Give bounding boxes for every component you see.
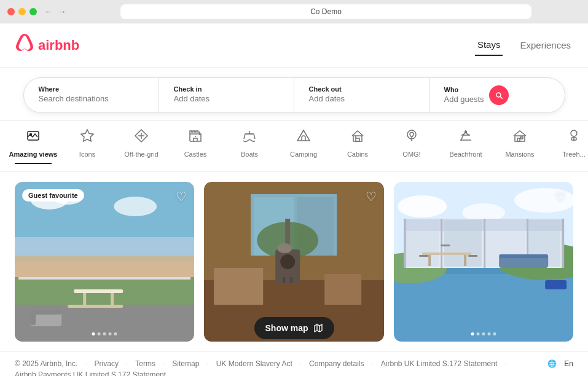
- minimize-button[interactable]: [18, 8, 26, 15]
- wishlist-button-1[interactable]: ♡: [176, 189, 187, 204]
- off-grid-icon: [134, 128, 149, 147]
- listing-card-1[interactable]: Guest favourite ♡: [15, 182, 194, 342]
- treehouses-icon: [566, 128, 581, 147]
- category-amazing-views-label: Amazing views: [9, 151, 58, 158]
- mansions-icon: [512, 128, 527, 147]
- back-button[interactable]: ←: [44, 7, 53, 17]
- category-omg[interactable]: OMG!: [393, 128, 430, 164]
- svg-point-46: [398, 195, 447, 217]
- show-map-label: Show map: [265, 323, 308, 333]
- category-treehouses-label: Treeh...: [562, 151, 586, 158]
- fullscreen-button[interactable]: [29, 8, 37, 15]
- footer-payments-s172[interactable]: Airbnb Payments UK Limited S.172 Stateme…: [15, 370, 166, 376]
- category-beachfront[interactable]: Beachfront: [447, 128, 484, 164]
- svg-rect-19: [83, 293, 86, 305]
- nav-experiences[interactable]: Experiences: [517, 35, 573, 55]
- svg-rect-67: [419, 255, 428, 257]
- header-nav: Stays Experiences: [475, 34, 573, 56]
- svg-point-10: [571, 130, 577, 136]
- dots-3: [471, 332, 496, 335]
- footer-globe-icon: 🌐: [547, 359, 557, 368]
- category-camping-label: Camping: [290, 151, 317, 158]
- footer: © 2025 Airbnb, Inc. · Privacy · Terms · …: [0, 351, 588, 376]
- svg-rect-18: [74, 289, 123, 293]
- svg-rect-72: [545, 280, 566, 289]
- where-value: Search destinations: [39, 94, 109, 103]
- listings-area: Guest favourite ♡: [0, 172, 588, 351]
- svg-rect-71: [499, 254, 548, 258]
- checkin-field[interactable]: Check in Add dates: [159, 78, 294, 112]
- svg-marker-73: [315, 324, 322, 332]
- search-bar: Where Search destinations Check in Add d…: [23, 77, 565, 113]
- page-title: Co Demo: [310, 7, 342, 16]
- wishlist-button-2[interactable]: ♡: [366, 189, 377, 204]
- checkout-value: Add dates: [309, 94, 345, 103]
- category-castles[interactable]: Castles: [177, 128, 214, 164]
- footer-sitemap[interactable]: Sitemap: [172, 359, 199, 368]
- svg-rect-21: [68, 305, 123, 308]
- who-field[interactable]: Who Add guests: [429, 78, 565, 112]
- svg-point-1: [30, 134, 32, 136]
- footer-language[interactable]: En: [564, 359, 573, 368]
- checkin-label: Check in: [174, 85, 279, 93]
- footer-links: © 2025 Airbnb, Inc. · Privacy · Terms · …: [15, 359, 573, 368]
- address-bar[interactable]: Co Demo: [120, 4, 531, 19]
- forward-button[interactable]: →: [58, 7, 66, 17]
- category-mansions[interactable]: Mansions: [501, 128, 538, 164]
- category-boats-label: Boats: [241, 151, 258, 158]
- category-camping[interactable]: Camping: [285, 128, 322, 164]
- svg-rect-69: [441, 245, 450, 246]
- logo-text: airbnb: [38, 37, 79, 53]
- svg-rect-65: [428, 255, 431, 266]
- category-off-grid[interactable]: Off-the-grid: [123, 128, 160, 164]
- svg-rect-56: [441, 219, 442, 268]
- footer-company-details[interactable]: Company details: [309, 359, 364, 368]
- camping-icon: [296, 128, 311, 147]
- search-button[interactable]: [489, 85, 509, 105]
- category-mansions-label: Mansions: [505, 151, 534, 158]
- icons-icon: [80, 128, 95, 147]
- category-boats[interactable]: Boats: [231, 128, 268, 164]
- logo[interactable]: airbnb: [15, 33, 79, 57]
- svg-point-25: [114, 197, 157, 216]
- castles-icon: [188, 128, 203, 147]
- footer-slavery-act[interactable]: UK Modern Slavery Act: [216, 359, 292, 368]
- listing-card-3[interactable]: ♡: [394, 182, 573, 342]
- dots-1: [92, 332, 117, 335]
- wishlist-button-3[interactable]: ♡: [555, 189, 566, 204]
- footer-privacy[interactable]: Privacy: [95, 359, 119, 368]
- svg-rect-61: [444, 220, 482, 267]
- svg-marker-2: [81, 130, 93, 141]
- footer-s172[interactable]: Airbnb UK Limited S.172 Statement: [381, 359, 497, 368]
- footer-terms[interactable]: Terms: [135, 359, 155, 368]
- beachfront-icon: [458, 128, 473, 147]
- category-treehouses[interactable]: Treeh...: [555, 128, 588, 164]
- nav-stays[interactable]: Stays: [475, 34, 503, 56]
- views-icon: [26, 128, 41, 147]
- svg-rect-66: [464, 255, 466, 266]
- svg-rect-8: [517, 138, 520, 141]
- category-beachfront-label: Beachfront: [449, 151, 482, 158]
- checkout-field[interactable]: Check out Add dates: [294, 78, 429, 112]
- category-icons[interactable]: Icons: [69, 128, 106, 164]
- nav-buttons: ← →: [44, 7, 66, 17]
- category-icons-label: Icons: [79, 151, 95, 158]
- traffic-lights: [7, 8, 37, 15]
- category-nav: Amazing views Icons Off-the-grid: [0, 121, 588, 172]
- listing-image-1: Guest favourite ♡: [15, 182, 194, 342]
- svg-rect-64: [422, 253, 471, 255]
- where-field[interactable]: Where Search destinations: [24, 78, 159, 112]
- show-map-button[interactable]: Show map: [254, 317, 334, 339]
- omg-icon: [404, 128, 419, 147]
- where-label: Where: [39, 85, 144, 93]
- svg-rect-9: [520, 137, 523, 139]
- cabins-icon: [350, 128, 365, 147]
- close-button[interactable]: [7, 8, 15, 15]
- category-amazing-views[interactable]: Amazing views: [15, 128, 52, 164]
- category-off-grid-label: Off-the-grid: [124, 151, 158, 158]
- svg-rect-20: [111, 293, 114, 305]
- svg-rect-60: [406, 220, 439, 267]
- airbnb-logo-icon: [15, 33, 34, 57]
- listing-image-3: ♡: [394, 182, 573, 342]
- category-cabins[interactable]: Cabins: [339, 128, 376, 164]
